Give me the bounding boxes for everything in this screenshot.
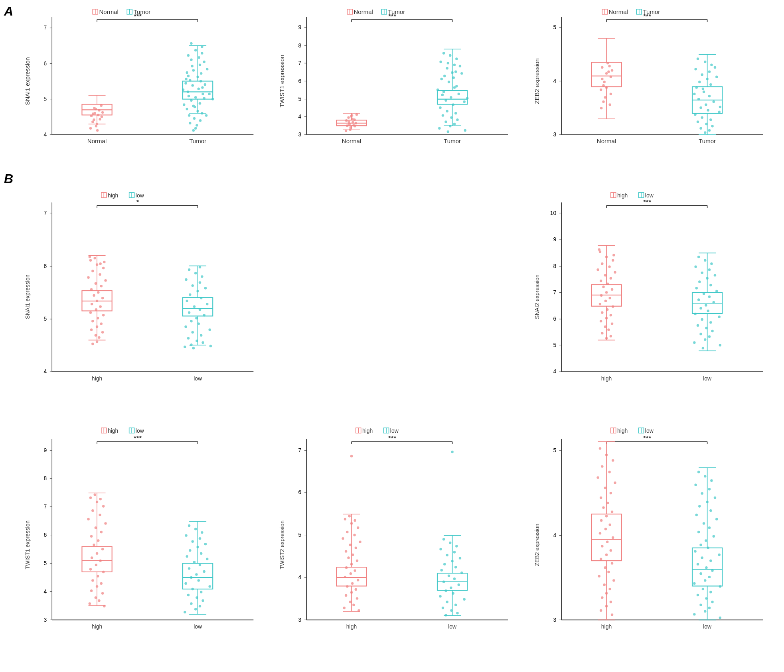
svg-point-640 xyxy=(349,601,352,603)
svg-text:high: high xyxy=(346,623,357,630)
svg-point-417 xyxy=(596,268,599,271)
svg-point-235 xyxy=(604,96,606,99)
svg-point-520 xyxy=(91,509,94,512)
svg-point-722 xyxy=(600,519,602,522)
svg-point-372 xyxy=(190,343,192,346)
svg-point-756 xyxy=(701,492,703,495)
svg-point-665 xyxy=(448,574,450,577)
svg-point-307 xyxy=(89,259,92,261)
svg-text:***: *** xyxy=(643,12,651,20)
svg-text:***: *** xyxy=(134,12,142,20)
svg-point-571 xyxy=(190,576,192,579)
svg-text:***: *** xyxy=(643,434,651,442)
svg-point-538 xyxy=(100,582,103,585)
svg-point-459 xyxy=(709,284,712,286)
svg-point-580 xyxy=(190,602,192,605)
svg-point-562 xyxy=(189,549,191,552)
svg-point-536 xyxy=(97,575,99,577)
svg-text:4: 4 xyxy=(44,131,47,138)
svg-point-631 xyxy=(350,572,352,575)
svg-point-432 xyxy=(601,311,603,314)
svg-point-537 xyxy=(91,579,94,581)
svg-point-180 xyxy=(454,112,457,114)
svg-point-356 xyxy=(186,300,188,302)
svg-point-563 xyxy=(200,552,202,555)
svg-point-418 xyxy=(614,271,616,274)
svg-point-261 xyxy=(712,101,715,103)
svg-point-780 xyxy=(693,582,695,585)
svg-text:9: 9 xyxy=(298,24,302,30)
svg-point-639 xyxy=(356,597,358,599)
svg-point-729 xyxy=(609,549,612,552)
svg-text:5: 5 xyxy=(298,532,302,538)
svg-point-766 xyxy=(712,535,715,538)
svg-text:6: 6 xyxy=(298,489,302,495)
svg-text:low: low xyxy=(645,428,654,434)
svg-point-361 xyxy=(203,314,205,316)
chart-snai2-high-low: high low *** 4 5 6 7 8 9 10 xyxy=(531,187,780,403)
svg-rect-410 xyxy=(591,285,621,306)
svg-point-34 xyxy=(98,109,100,111)
svg-point-43 xyxy=(99,118,101,120)
svg-point-177 xyxy=(439,106,442,109)
svg-point-457 xyxy=(706,277,708,280)
svg-point-635 xyxy=(346,585,348,587)
svg-point-66 xyxy=(197,88,200,90)
svg-point-450 xyxy=(697,256,700,258)
svg-point-717 xyxy=(600,497,602,499)
svg-point-661 xyxy=(443,563,446,565)
svg-point-83 xyxy=(204,83,206,86)
svg-point-262 xyxy=(705,103,707,106)
svg-text:ZEB2 expression: ZEB2 expression xyxy=(533,58,540,104)
svg-point-767 xyxy=(705,539,707,542)
svg-point-663 xyxy=(440,569,443,571)
svg-point-558 xyxy=(199,537,201,540)
svg-point-148 xyxy=(351,118,353,120)
svg-point-73 xyxy=(186,108,188,110)
svg-point-581 xyxy=(199,605,201,607)
svg-point-787 xyxy=(699,604,702,606)
svg-text:***: *** xyxy=(134,434,142,442)
svg-point-57 xyxy=(192,69,195,71)
svg-text:high: high xyxy=(92,375,102,382)
svg-point-522 xyxy=(87,518,89,520)
chart-b2-svg: high low *** 4 5 6 7 8 9 10 xyxy=(531,187,780,402)
svg-point-55 xyxy=(190,58,192,61)
svg-point-137 xyxy=(346,124,348,127)
svg-text:4: 4 xyxy=(298,574,302,580)
svg-point-165 xyxy=(451,71,454,74)
svg-point-41 xyxy=(96,129,99,132)
svg-point-642 xyxy=(343,607,346,609)
svg-point-532 xyxy=(99,560,101,562)
svg-point-269 xyxy=(696,120,699,123)
svg-point-82 xyxy=(185,78,187,80)
svg-point-167 xyxy=(454,71,457,73)
svg-text:3: 3 xyxy=(44,617,47,623)
svg-text:9: 9 xyxy=(44,447,47,453)
svg-point-654 xyxy=(449,542,451,544)
svg-point-524 xyxy=(95,526,97,529)
svg-point-229 xyxy=(608,65,610,67)
svg-text:4: 4 xyxy=(298,113,302,120)
svg-text:*: * xyxy=(136,198,139,206)
svg-point-421 xyxy=(600,280,602,282)
svg-point-622 xyxy=(349,544,352,546)
svg-point-481 xyxy=(701,347,704,349)
svg-point-332 xyxy=(95,334,97,337)
chart-snai1-high-low: high low * 4 5 6 7 SNAI1 expression high xyxy=(22,187,271,403)
svg-point-267 xyxy=(701,116,703,119)
svg-point-313 xyxy=(104,279,107,282)
svg-point-755 xyxy=(708,488,710,490)
svg-point-568 xyxy=(188,567,190,570)
svg-point-462 xyxy=(702,292,705,295)
svg-text:6: 6 xyxy=(44,532,47,538)
svg-point-331 xyxy=(101,331,104,333)
svg-point-659 xyxy=(459,557,461,559)
svg-point-680 xyxy=(451,451,454,453)
svg-point-318 xyxy=(93,294,95,297)
svg-point-274 xyxy=(704,131,706,134)
svg-point-92 xyxy=(187,75,190,77)
svg-text:high: high xyxy=(601,623,612,630)
svg-text:9: 9 xyxy=(553,236,556,242)
svg-point-775 xyxy=(705,566,707,569)
